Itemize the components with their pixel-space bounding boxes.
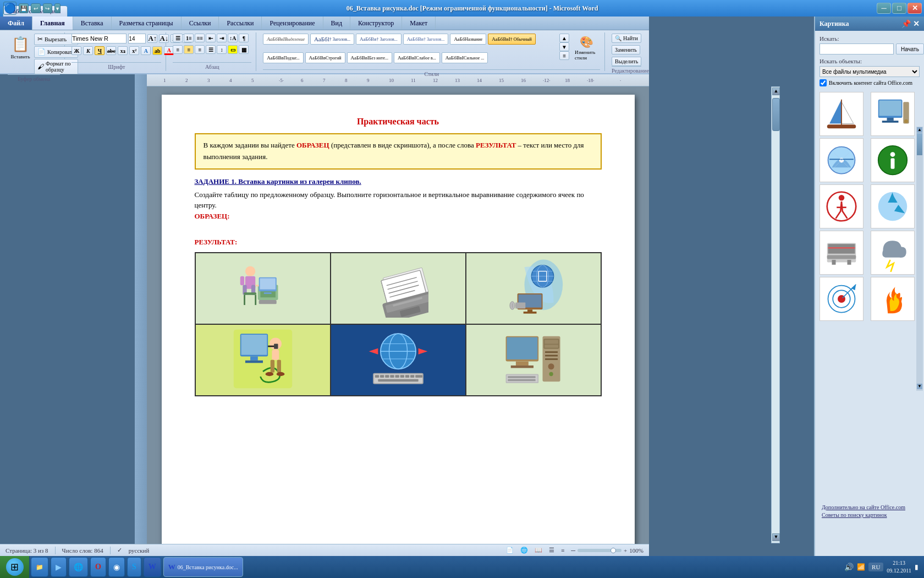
taskbar-skype[interactable]: S xyxy=(127,557,141,577)
view-draft-btn[interactable]: ≡ xyxy=(561,547,564,554)
styles-up-btn[interactable]: ▲ xyxy=(559,34,569,42)
result-table[interactable] xyxy=(195,252,602,396)
table-cell-1-1[interactable] xyxy=(195,253,331,324)
clock[interactable]: 21:13 09.12.2011 xyxy=(887,559,911,575)
clipart-item-3[interactable] xyxy=(820,138,864,182)
align-right-btn[interactable]: ≡ xyxy=(195,45,205,54)
increase-indent-btn[interactable]: ⇥ xyxy=(217,34,227,42)
taskbar-opera[interactable]: O xyxy=(90,557,106,577)
styles-more-btn[interactable]: ≡ xyxy=(559,51,569,60)
italic-btn[interactable]: К xyxy=(83,46,93,55)
style-intense-btn[interactable]: АаБбВвIСильное ... xyxy=(442,52,488,63)
media-type-select[interactable]: Все файлы мультимедиа xyxy=(820,66,920,77)
style-italic-btn[interactable]: АаБбВвIВыделение xyxy=(263,34,309,45)
show-desktop-btn[interactable]: ▮ xyxy=(915,563,919,571)
tab-layout2[interactable]: Макет xyxy=(402,17,436,30)
more-quick-btn[interactable]: ▾ xyxy=(54,3,61,13)
tab-review[interactable]: Рецензирование xyxy=(262,17,323,30)
font-grow-btn[interactable]: A↑ xyxy=(147,34,157,43)
clipart-item-9[interactable] xyxy=(820,277,864,321)
scroll-up-btn[interactable]: ▲ xyxy=(772,88,780,95)
font-name-select[interactable] xyxy=(72,34,127,43)
style-normal-btn[interactable]: АаБбВвI† Обычный xyxy=(488,34,536,45)
taskbar-chrome[interactable]: ◉ xyxy=(108,557,125,577)
clipart-item-6[interactable] xyxy=(871,184,915,228)
sort-btn[interactable]: ↕A xyxy=(228,34,238,42)
bullets-btn[interactable]: ☰ xyxy=(173,34,183,42)
bold-btn[interactable]: Ж xyxy=(72,46,81,55)
table-cell-1-2[interactable] xyxy=(331,253,466,324)
view-normal-btn[interactable]: 📄 xyxy=(506,547,514,554)
strikethrough-btn[interactable]: abc xyxy=(106,46,116,55)
font-shrink-btn[interactable]: A↓ xyxy=(159,34,169,43)
tab-constructor[interactable]: Конструктор xyxy=(350,17,402,30)
tab-mailings[interactable]: Рассылки xyxy=(219,17,262,30)
zoom-out-btn[interactable]: ─ xyxy=(571,547,575,554)
table-cell-2-1[interactable] xyxy=(195,324,331,396)
clipart-item-7[interactable] xyxy=(820,231,864,275)
clipart-item-1[interactable] xyxy=(820,92,864,136)
clipart-item-5[interactable] xyxy=(820,184,864,228)
find-btn[interactable]: 🔍Найти xyxy=(612,34,641,43)
multilevel-btn[interactable]: ≡≡ xyxy=(195,34,205,42)
language-indicator[interactable]: RU xyxy=(868,563,883,571)
numbering-btn[interactable]: 1≡ xyxy=(184,34,194,42)
style-h3-btn[interactable]: АаБбВв† Заголов... xyxy=(403,34,449,45)
style-h1-btn[interactable]: АаБбl† Заголов... xyxy=(310,34,354,45)
tab-home[interactable]: Главная xyxy=(32,17,73,30)
table-cell-2-2[interactable] xyxy=(331,324,466,396)
view-outline-btn[interactable]: ☰ xyxy=(549,547,554,554)
taskbar-word-1[interactable]: W xyxy=(144,557,161,577)
minimize-btn[interactable]: ─ xyxy=(877,3,891,14)
search-input[interactable] xyxy=(820,43,894,54)
undo-quick-btn[interactable]: ↩ xyxy=(31,3,41,13)
change-styles-btn[interactable]: 🎨 Изменить стили xyxy=(573,34,600,62)
panel-close-btn[interactable]: ✕ xyxy=(913,19,920,29)
subscript-btn[interactable]: x₂ xyxy=(118,46,128,55)
style-subtle-btn[interactable]: АаБбВвПодзаг... xyxy=(263,52,303,63)
select-btn[interactable]: Выделить xyxy=(612,57,641,66)
search-tips-link[interactable]: Советы по поиску картинок xyxy=(822,512,919,518)
view-read-btn[interactable]: 📖 xyxy=(535,547,542,554)
font-size-select[interactable] xyxy=(128,34,146,43)
table-cell-1-3[interactable] xyxy=(466,253,601,324)
tab-view[interactable]: Вид xyxy=(323,17,351,30)
zoom-level[interactable]: 100% xyxy=(629,547,644,554)
linespacing-btn[interactable]: ↕ xyxy=(217,45,227,54)
justify-btn[interactable]: ☰ xyxy=(206,45,216,54)
superscript-btn[interactable]: x² xyxy=(129,46,139,55)
style-strong-btn[interactable]: АаБбВвСтрогий xyxy=(305,52,345,63)
taskbar-word-active[interactable]: W 06_Вставка рисунка.doc... xyxy=(163,557,243,577)
replace-btn[interactable]: Заменить xyxy=(612,45,640,54)
panel-scroll-thumb[interactable] xyxy=(917,133,922,155)
borders-btn[interactable]: ▦ xyxy=(239,45,249,54)
panel-scrollbar[interactable]: ▲ ▼ xyxy=(916,127,923,391)
styles-down-btn[interactable]: ▼ xyxy=(559,42,569,51)
start-button[interactable]: ⊞ xyxy=(0,556,30,578)
align-left-btn[interactable]: ≡ xyxy=(173,45,183,54)
highlight-btn[interactable]: ab xyxy=(152,46,162,55)
taskbar-ie[interactable]: 🌐 xyxy=(69,557,88,577)
search-start-btn[interactable]: Начать xyxy=(896,43,924,54)
style-title-btn[interactable]: АаБбНазвание xyxy=(450,34,486,45)
panel-pin-btn[interactable]: 📌 xyxy=(901,19,911,29)
decrease-indent-btn[interactable]: ⇤ xyxy=(206,34,216,42)
paste-btn[interactable]: 📋 Вставить xyxy=(8,34,33,62)
zoom-in-btn[interactable]: + xyxy=(624,547,627,554)
style-subtle2-btn[interactable]: АаБбВвIСлабое в... xyxy=(394,52,440,63)
tab-layout[interactable]: Разметка страницы xyxy=(112,17,182,30)
scroll-down-btn[interactable]: ▼ xyxy=(772,533,780,541)
show-para-btn[interactable]: ¶ xyxy=(239,34,249,42)
zoom-thumb[interactable] xyxy=(610,548,616,553)
office-content-checkbox[interactable] xyxy=(820,79,827,86)
document[interactable]: Практическая часть В каждом задании вы н… xyxy=(162,95,635,555)
tab-insert[interactable]: Вставка xyxy=(73,17,112,30)
align-center-btn[interactable]: ≡ xyxy=(184,45,194,54)
spell-icon[interactable]: ✓ xyxy=(117,547,122,554)
lang-status[interactable]: русский xyxy=(129,547,150,554)
vertical-scrollbar[interactable]: ▲ ▼ xyxy=(771,86,780,543)
maximize-btn[interactable]: □ xyxy=(892,3,906,14)
clipart-item-2[interactable] xyxy=(871,92,915,136)
tab-file[interactable]: Файл xyxy=(0,17,32,30)
underline-btn[interactable]: Ч xyxy=(95,46,105,55)
